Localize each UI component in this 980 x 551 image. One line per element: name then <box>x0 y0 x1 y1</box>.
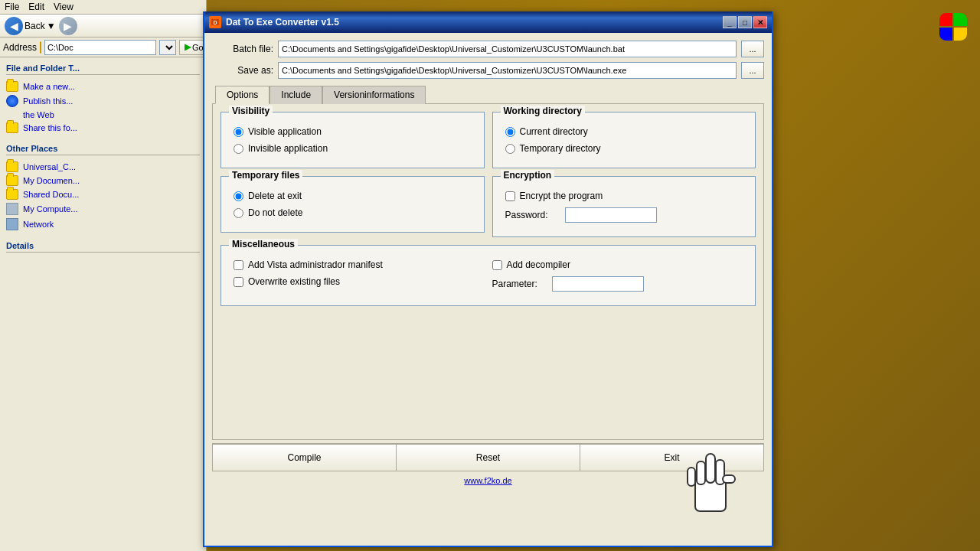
radio-delete-label: Delete at exit <box>248 191 302 201</box>
overwrite-checkbox-row: Overwrite existing files <box>234 276 485 287</box>
address-folder-icon <box>40 41 41 54</box>
tab-options[interactable]: Options <box>215 86 270 104</box>
save-as-input[interactable] <box>278 62 737 79</box>
back-dropdown-icon[interactable]: ▼ <box>47 21 56 31</box>
vista-checkbox-row: Add Vista administrador manifest <box>234 259 485 270</box>
parameter-row: Parameter: <box>492 276 743 292</box>
sidebar-item-label: Share this fo... <box>23 123 77 132</box>
tab-include[interactable]: Include <box>270 86 322 104</box>
sidebar-item-share[interactable]: Share this fo... <box>6 121 200 135</box>
desktop: File Edit View ◀ Back ▼ ▶ Address ▶ Go <box>0 0 980 551</box>
save-as-row: Save as: ... <box>212 62 764 79</box>
menu-file[interactable]: File <box>5 2 19 12</box>
working-directory-title: Working directory <box>501 106 585 116</box>
parameter-label: Parameter: <box>492 279 546 289</box>
sidebar-item-label: the Web <box>23 110 54 119</box>
vista-manifest-checkbox[interactable] <box>234 260 243 270</box>
forward-button[interactable]: ▶ <box>59 17 77 35</box>
close-button[interactable]: ✕ <box>753 16 767 28</box>
overwrite-label: Overwrite existing files <box>248 276 340 287</box>
radio-no-delete[interactable] <box>234 208 243 218</box>
radio-temp-dir[interactable] <box>505 144 515 154</box>
details-section: Details <box>6 241 200 253</box>
sidebar-item-my-documents[interactable]: My Documen... <box>6 174 200 187</box>
radio-visible-label: Visible application <box>248 126 322 137</box>
menu-edit[interactable]: Edit <box>28 2 44 12</box>
xp-quadrant-blue <box>939 28 952 41</box>
sidebar-item-shared[interactable]: Shared Docu... <box>6 187 200 201</box>
save-as-label: Save as: <box>212 65 273 76</box>
address-input[interactable] <box>44 40 156 55</box>
xp-flag-icon <box>939 13 967 41</box>
folder-icon <box>6 161 18 172</box>
file-folder-tasks-section: File and Folder T... Make a new... Publi… <box>6 64 200 135</box>
save-as-browse-button[interactable]: ... <box>741 62 764 79</box>
sidebar-item-universal[interactable]: Universal_C... <box>6 160 200 174</box>
folder-icon <box>6 122 18 133</box>
middle-sections: Temporary files Delete at exit Do not de… <box>220 176 756 245</box>
working-directory-section: Working directory Current directory Temp… <box>492 112 756 176</box>
website-link-area: www.f2ko.de <box>212 471 764 490</box>
encrypt-checkbox[interactable] <box>505 191 515 201</box>
maximize-button[interactable]: □ <box>738 16 752 28</box>
radio-visible-row: Visible application <box>234 126 472 137</box>
decompiler-checkbox[interactable] <box>492 260 502 270</box>
sidebar-item-web: the Web <box>6 109 200 121</box>
misc-right: Add decompiler Parameter: <box>492 253 743 298</box>
website-link[interactable]: www.f2ko.de <box>464 476 511 485</box>
top-sections: Visibility Visible application Invisible… <box>220 112 756 176</box>
radio-visible[interactable] <box>234 127 243 137</box>
svg-text:D: D <box>213 20 217 25</box>
batch-file-input[interactable] <box>278 41 737 57</box>
go-label: Go <box>192 43 204 52</box>
password-row: Password: <box>505 207 743 223</box>
other-places-title: Other Places <box>6 144 200 155</box>
sidebar-item-label: Publish this... <box>23 96 73 106</box>
exit-button[interactable]: Exit <box>580 444 764 471</box>
sidebar-item-publish[interactable]: Publish this... <box>6 93 200 109</box>
radio-nodelete-row: Do not delete <box>234 207 472 218</box>
overwrite-checkbox[interactable] <box>234 277 243 287</box>
sidebar-item-make-new[interactable]: Make a new... <box>6 80 200 93</box>
reset-button[interactable]: Reset <box>397 444 580 471</box>
xp-quadrant-yellow <box>954 28 967 41</box>
encryption-title: Encryption <box>501 170 555 181</box>
batch-file-browse-button[interactable]: ... <box>741 41 764 57</box>
radio-current-row: Current directory <box>505 126 743 137</box>
other-places-section: Other Places Universal_C... My Documen..… <box>6 144 200 232</box>
back-button[interactable]: ◀ Back ▼ <box>5 17 56 35</box>
sidebar-item-label: My Compute... <box>23 204 78 214</box>
explorer-toolbar: ◀ Back ▼ ▶ <box>0 15 206 37</box>
radio-current-dir[interactable] <box>505 127 515 137</box>
dialog-title-text: Dat To Exe Converter v1.5 <box>226 17 339 28</box>
working-directory-group: Working directory Current directory Temp… <box>492 112 756 168</box>
sidebar-item-label: My Documen... <box>23 176 80 185</box>
dialog-window: D Dat To Exe Converter v1.5 _ □ ✕ Batch … <box>203 11 773 547</box>
tab-version[interactable]: Versioninformations <box>322 86 426 104</box>
radio-temp-row: Temporary directory <box>505 143 743 154</box>
go-arrow-icon: ▶ <box>185 42 191 52</box>
menu-view[interactable]: View <box>54 2 74 12</box>
radio-delete-exit[interactable] <box>234 191 243 201</box>
converter-icon: D <box>211 18 220 27</box>
batch-file-label: Batch file: <box>212 44 273 54</box>
sidebar-item-label: Shared Docu... <box>23 190 79 199</box>
compile-button[interactable]: Compile <box>212 444 397 471</box>
parameter-input[interactable] <box>552 276 644 292</box>
sidebar-item-network[interactable]: Network <box>6 217 200 232</box>
decompiler-label: Add decompiler <box>507 259 570 270</box>
misc-left: Add Vista administrador manifest Overwri… <box>234 253 485 298</box>
miscellaneous-group: Miscellaneous Add Vista administrador ma… <box>220 245 756 306</box>
sidebar-item-my-computer[interactable]: My Compute... <box>6 201 200 217</box>
password-label: Password: <box>505 210 559 220</box>
sidebar-item-label: Universal_C... <box>23 162 76 171</box>
radio-invisible-label: Invisible application <box>248 143 328 154</box>
minimize-button[interactable]: _ <box>723 16 737 28</box>
address-dropdown[interactable] <box>159 40 176 55</box>
address-label: Address <box>3 42 37 53</box>
password-input[interactable] <box>565 207 657 223</box>
encryption-group: Encryption Encrypt the program Password: <box>492 176 756 237</box>
radio-invisible[interactable] <box>234 144 243 154</box>
back-arrow-icon: ◀ <box>5 17 23 35</box>
xp-quadrant-green <box>954 13 967 26</box>
